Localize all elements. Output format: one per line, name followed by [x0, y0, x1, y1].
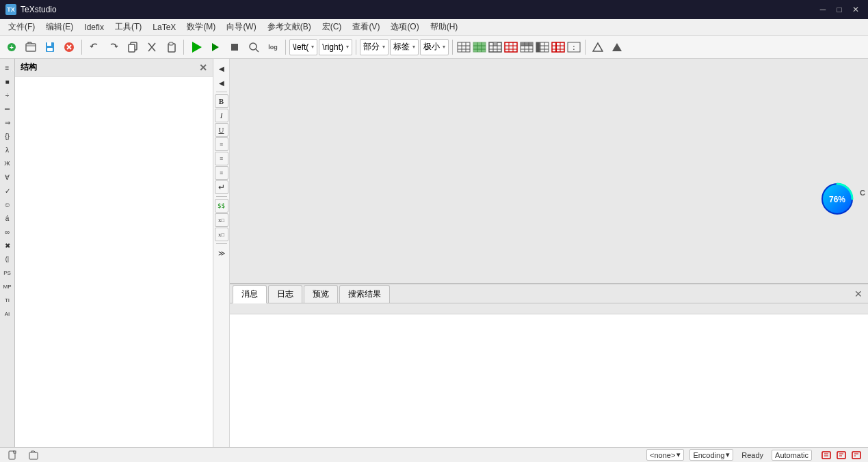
sidebar-content[interactable] [15, 77, 213, 447]
menu-help[interactable]: 帮助(H) [425, 20, 464, 34]
menu-file[interactable]: 文件(F) [3, 20, 40, 34]
compile-button[interactable] [187, 38, 205, 56]
sidebar: 结构 ✕ [15, 59, 213, 447]
check-icon-btn[interactable]: ✓ [1, 185, 14, 197]
cut-button[interactable] [143, 38, 161, 56]
cross-icon-btn[interactable]: ✖ [1, 239, 14, 252]
ai-icon-btn[interactable]: AI [1, 308, 14, 320]
tab-search-results[interactable]: 搜索结果 [339, 285, 390, 303]
menu-options[interactable]: 选项(O) [385, 20, 424, 34]
separator1 [81, 40, 82, 55]
separator6 [585, 40, 586, 55]
table-btn8[interactable]: : [566, 38, 581, 56]
table-btn6[interactable] [535, 38, 550, 56]
size-dropdown[interactable]: 极小 ▾ [420, 39, 449, 55]
underline-btn[interactable]: U [215, 123, 228, 137]
status-icon-3[interactable] [850, 449, 863, 461]
align-left-btn[interactable]: ≡ [215, 137, 228, 151]
table-btn2[interactable] [472, 38, 487, 56]
close-button[interactable]: ✕ [849, 3, 863, 16]
table-btn1[interactable] [456, 38, 471, 56]
tab-preview[interactable]: 预览 [304, 285, 338, 303]
newline-btn[interactable]: ↵ [215, 180, 228, 194]
triangle-up-btn[interactable] [589, 38, 607, 56]
status-file-btn1[interactable] [5, 450, 21, 460]
align-center-btn[interactable]: ≡ [215, 152, 228, 165]
bottom-panel-close-btn[interactable]: ✕ [854, 288, 863, 299]
undo-button[interactable] [86, 38, 103, 56]
arrow-right-icon-btn[interactable]: ⇒ [1, 116, 14, 128]
smile-icon-btn[interactable]: ☺ [1, 198, 14, 210]
italic-btn[interactable]: I [215, 109, 228, 122]
triangle-filled-btn[interactable] [608, 38, 626, 56]
minimize-button[interactable]: ─ [816, 3, 830, 16]
tag-dropdown[interactable]: 标签 ▾ [390, 39, 419, 55]
fwd-btn[interactable]: ◀ [215, 76, 228, 90]
none-dropdown[interactable]: <none> ▾ [646, 449, 684, 461]
menu-math[interactable]: 数学(M) [181, 20, 221, 34]
close-doc-button[interactable] [60, 38, 78, 56]
new-button[interactable]: + [3, 38, 21, 56]
sidebar-close-btn[interactable]: ✕ [199, 62, 207, 73]
editor-area[interactable]: 76% C [230, 59, 868, 283]
left-cmd-dropdown[interactable]: \left( ▾ [289, 39, 317, 55]
maximize-button[interactable]: □ [832, 3, 846, 16]
menu-macro[interactable]: 宏(C) [317, 20, 347, 34]
tab-log[interactable]: 日志 [268, 285, 302, 303]
lines-icon-btn[interactable]: ═ [1, 103, 14, 115]
copy-button[interactable] [124, 38, 142, 56]
part-dropdown[interactable]: 部分 ▾ [360, 39, 389, 55]
dollar-btn[interactable]: $$ [215, 199, 228, 213]
lambda-icon-btn[interactable]: λ [1, 144, 14, 156]
right-cmd-dropdown[interactable]: \right) ▾ [319, 39, 352, 55]
save-button[interactable] [41, 38, 59, 56]
paste-button[interactable] [162, 38, 180, 56]
bold-btn[interactable]: B [215, 94, 228, 108]
block-icon-btn[interactable]: ■ [1, 75, 14, 87]
superscript-btn[interactable]: x□ [215, 228, 228, 241]
status-file-btn2[interactable] [26, 450, 41, 460]
table-btn7[interactable] [551, 38, 566, 56]
ps-icon-btn[interactable]: PS [1, 267, 14, 279]
subscript-btn[interactable]: x□ [215, 213, 228, 227]
back-btn[interactable]: ◀ [215, 62, 228, 75]
tab-messages[interactable]: 消息 [233, 285, 267, 303]
menu-latex[interactable]: LaTeX [147, 21, 181, 33]
encoding-dropdown[interactable]: Encoding ▾ [689, 449, 733, 461]
ti-icon-btn[interactable]: TI [1, 294, 14, 306]
accent-icon-btn[interactable]: á [1, 212, 14, 224]
menu-tools[interactable]: 工具(T) [109, 20, 147, 34]
progress-indicator: 76% [820, 182, 854, 216]
table-btn4[interactable] [503, 38, 518, 56]
menu-idefix[interactable]: Idefix [79, 21, 109, 33]
list-icon-btn[interactable]: ≡ [1, 62, 14, 74]
status-icon-1[interactable] [820, 449, 832, 461]
automatic-dropdown[interactable]: Automatic [772, 450, 812, 461]
mp-icon-btn[interactable]: MP [1, 280, 14, 293]
run-button[interactable] [207, 38, 224, 56]
table-btn3[interactable] [488, 38, 503, 56]
redo-button[interactable] [105, 38, 122, 56]
divide-icon-btn[interactable]: ÷ [1, 89, 14, 101]
separator2 [183, 40, 184, 55]
menu-view[interactable]: 查看(V) [347, 20, 385, 34]
down-icon-btn[interactable]: ∀ [1, 171, 14, 183]
bracket-icon-btn[interactable]: (| [1, 253, 14, 265]
menu-bibliography[interactable]: 参考文献(B) [262, 20, 317, 34]
menu-edit[interactable]: 编辑(E) [40, 20, 79, 34]
svg-point-18 [250, 43, 257, 50]
brace-icon-btn[interactable]: {} [1, 130, 14, 142]
log-button[interactable]: log [264, 38, 282, 56]
svg-rect-17 [231, 44, 238, 51]
align-right-btn[interactable]: ≡ [215, 166, 228, 180]
search-button[interactable] [245, 38, 263, 56]
status-icon-2[interactable] [835, 449, 847, 461]
table-btn5[interactable] [519, 38, 534, 56]
stop-button[interactable] [226, 38, 244, 56]
menu-wizard[interactable]: 向导(W) [221, 20, 261, 34]
open-button[interactable] [22, 38, 40, 56]
zh-icon-btn[interactable]: Ж [1, 157, 14, 169]
sep1 [216, 92, 227, 92]
infinity-icon-btn[interactable]: ∞ [1, 226, 14, 238]
expand-btn[interactable]: ≫ [215, 246, 228, 260]
